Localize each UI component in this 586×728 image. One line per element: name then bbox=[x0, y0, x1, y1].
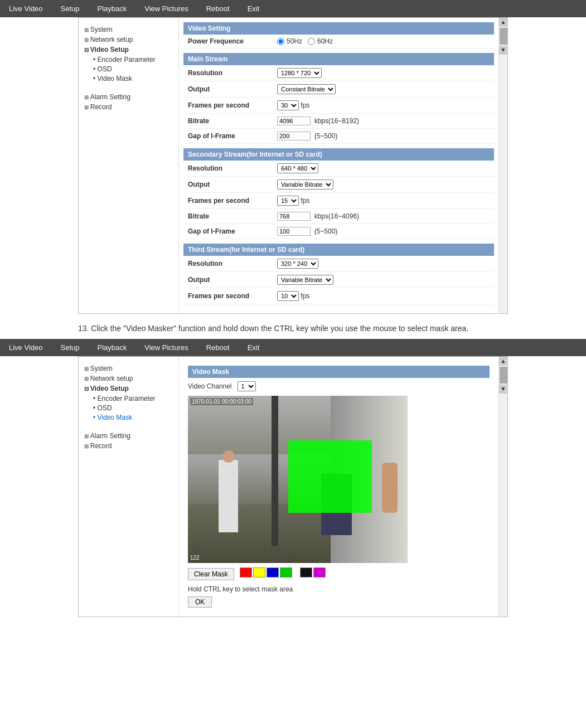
door-frame bbox=[272, 396, 278, 546]
third-stream-section: Third Stream(for Internet or SD card) Re… bbox=[183, 244, 494, 304]
scroll2-down-btn[interactable]: ▼ bbox=[499, 385, 508, 394]
scrollbar-top: ▲ ▼ bbox=[498, 18, 507, 313]
main-output-label: Output bbox=[188, 85, 277, 93]
sidebar2-item-alarm-setting[interactable]: Alarm Setting bbox=[84, 432, 173, 440]
video-mask-header: Video Mask bbox=[188, 366, 490, 378]
sidebar2-sub-encoder-parameter[interactable]: Encoder Parameter bbox=[93, 395, 173, 402]
scroll2-up-btn[interactable]: ▲ bbox=[499, 357, 508, 366]
sidebar-sub-osd[interactable]: OSD bbox=[93, 65, 173, 73]
nav-live-video[interactable]: Live Video bbox=[6, 3, 46, 14]
swatch-black[interactable] bbox=[300, 567, 312, 577]
nav2-exit[interactable]: Exit bbox=[244, 342, 263, 353]
nav-setup[interactable]: Setup bbox=[57, 3, 83, 14]
instruction-content: Click the "Video Masker" function and ho… bbox=[89, 324, 468, 333]
nav2-live-video[interactable]: Live Video bbox=[6, 342, 46, 353]
main-bitrate-input[interactable] bbox=[277, 117, 311, 125]
sec-gop-input[interactable] bbox=[277, 227, 311, 236]
sec-fps-select[interactable]: 15 bbox=[277, 196, 299, 206]
third-output-value: Variable Bitrate bbox=[277, 275, 490, 285]
sidebar-item-system[interactable]: System bbox=[84, 26, 173, 33]
ok-button[interactable]: OK bbox=[188, 596, 212, 608]
sidebar2-sub-video-setup: Encoder Parameter OSD Video Mask bbox=[93, 395, 173, 421]
sidebar-item-video-setup[interactable]: Video Setup bbox=[84, 46, 173, 54]
video-channel-select[interactable]: 1234 bbox=[238, 381, 256, 391]
sidebar-item-record[interactable]: Record bbox=[84, 103, 173, 111]
main-resolution-select[interactable]: 1280 * 720 bbox=[277, 68, 322, 78]
sidebar-item-network-setup[interactable]: Network setup bbox=[84, 36, 173, 43]
person-body bbox=[219, 460, 238, 532]
hint-text: Hold CTRL key to select mask area bbox=[188, 585, 490, 593]
sidebar-sub-video-setup: Encoder Parameter OSD Video Mask bbox=[93, 56, 173, 82]
nav-exit[interactable]: Exit bbox=[244, 3, 263, 14]
sidebar-sub-video-mask[interactable]: Video Mask bbox=[93, 75, 173, 82]
nav-bar: Live Video Setup Playback View Pictures … bbox=[0, 0, 586, 17]
main-gop-input[interactable] bbox=[277, 132, 311, 140]
nav2-playback[interactable]: Playback bbox=[94, 342, 130, 353]
swatch-blue[interactable] bbox=[267, 567, 279, 577]
content-top: Video Setting Power Frequence 50Hz 60Hz … bbox=[179, 18, 498, 313]
radio-50hz-label[interactable]: 50Hz bbox=[277, 37, 302, 45]
nav2-reboot[interactable]: Reboot bbox=[203, 342, 233, 353]
instruction-text: 13. Click the "Video Masker" function an… bbox=[78, 323, 508, 334]
sec-bitrate-row: Bitrate kbps(16~4096) bbox=[183, 209, 494, 224]
top-panel: Live Video Setup Playback View Pictures … bbox=[0, 0, 586, 314]
scroll2-thumb[interactable] bbox=[500, 367, 507, 384]
third-output-label: Output bbox=[188, 276, 277, 284]
main-resolution-row: Resolution 1280 * 720 bbox=[183, 65, 494, 81]
controls-row: Clear Mask bbox=[188, 567, 490, 581]
third-resolution-select[interactable]: 320 * 240 bbox=[277, 259, 318, 269]
sec-resolution-label: Resolution bbox=[188, 164, 277, 172]
sec-fps-label: Frames per second bbox=[188, 197, 277, 205]
nav-view-pictures[interactable]: View Pictures bbox=[141, 3, 192, 14]
main-stream-section: Main Stream Resolution 1280 * 720 Output… bbox=[183, 53, 494, 144]
nav2-view-pictures[interactable]: View Pictures bbox=[141, 342, 192, 353]
sec-resolution-select[interactable]: 640 * 480 bbox=[277, 163, 318, 173]
bottom-panel: Live Video Setup Playback View Pictures … bbox=[0, 339, 586, 617]
radio-60hz[interactable] bbox=[308, 38, 315, 45]
main-fps-select[interactable]: 30 bbox=[277, 100, 299, 110]
sec-output-row: Output Variable Bitrate bbox=[183, 177, 494, 193]
swatch-green[interactable] bbox=[280, 567, 292, 577]
swatch-purple[interactable] bbox=[313, 567, 326, 577]
third-stream-header: Third Stream(for Internet or SD card) bbox=[183, 244, 494, 256]
sec-resolution-row: Resolution 640 * 480 bbox=[183, 161, 494, 177]
main-output-select[interactable]: Constant Bitrate bbox=[277, 84, 336, 94]
scrollbar-bottom: ▲ ▼ bbox=[498, 357, 507, 617]
sidebar-item-alarm-setting[interactable]: Alarm Setting bbox=[84, 93, 173, 101]
nav-reboot[interactable]: Reboot bbox=[203, 3, 233, 14]
sec-bitrate-input[interactable] bbox=[277, 212, 311, 221]
third-output-select[interactable]: Variable Bitrate bbox=[277, 275, 333, 285]
green-mask-overlay bbox=[288, 440, 372, 513]
sec-fps-value: 15 fps bbox=[277, 196, 490, 206]
main-output-row: Output Constant Bitrate bbox=[183, 81, 494, 98]
third-fps-select[interactable]: 10 bbox=[277, 291, 299, 301]
sidebar2-item-network-setup[interactable]: Network setup bbox=[84, 375, 173, 382]
sec-resolution-value: 640 * 480 bbox=[277, 163, 490, 173]
sidebar2-sub-video-mask[interactable]: Video Mask bbox=[93, 414, 173, 421]
sidebar-sub-encoder-parameter[interactable]: Encoder Parameter bbox=[93, 56, 173, 64]
sec-fps-row: Frames per second 15 fps bbox=[183, 193, 494, 209]
clear-mask-button[interactable]: Clear Mask bbox=[188, 568, 234, 580]
swatch-yellow[interactable] bbox=[253, 567, 265, 577]
sidebar2-item-record[interactable]: Record bbox=[84, 442, 173, 450]
third-fps-row: Frames per second 10 fps bbox=[183, 288, 494, 304]
power-frequence-value: 50Hz 60Hz bbox=[277, 37, 490, 45]
main-bitrate-label: Bitrate bbox=[188, 117, 277, 125]
sidebar2-sub-osd[interactable]: OSD bbox=[93, 404, 173, 412]
radio-60hz-label[interactable]: 60Hz bbox=[308, 37, 333, 45]
sidebar2-item-system[interactable]: System bbox=[84, 365, 173, 372]
scroll-up-btn[interactable]: ▲ bbox=[499, 18, 508, 27]
scroll-down-btn[interactable]: ▼ bbox=[499, 46, 508, 55]
swatch-red[interactable] bbox=[240, 567, 252, 577]
main-gop-label: Gap of I-Frame bbox=[188, 132, 277, 140]
nav2-setup[interactable]: Setup bbox=[57, 342, 83, 353]
sec-output-select[interactable]: Variable Bitrate bbox=[277, 179, 333, 190]
scroll-thumb[interactable] bbox=[500, 28, 507, 45]
main-bitrate-row: Bitrate kbps(16~8192) bbox=[183, 114, 494, 129]
sidebar2-item-video-setup[interactable]: Video Setup bbox=[84, 385, 173, 392]
person-arm bbox=[382, 463, 398, 513]
main-fps-value: 30 fps bbox=[277, 100, 490, 110]
third-resolution-row: Resolution 320 * 240 bbox=[183, 256, 494, 272]
radio-50hz[interactable] bbox=[277, 38, 284, 45]
nav-playback[interactable]: Playback bbox=[94, 3, 130, 14]
